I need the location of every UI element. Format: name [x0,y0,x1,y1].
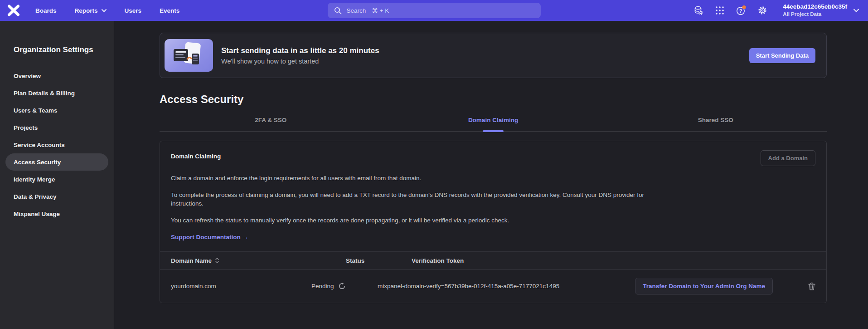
panel-header: Domain Claiming Add a Domain [160,141,826,166]
chevron-down-icon [102,9,107,12]
nav-item-reports[interactable]: Reports [75,7,107,14]
add-domain-button[interactable]: Add a Domain [761,150,815,166]
sidebar-item-data-privacy[interactable]: Data & Privacy [5,188,108,205]
mixpanel-logo-icon [7,5,20,16]
search-placeholder: Search [347,7,366,14]
sidebar-item-mixpanel-usage[interactable]: Mixpanel Usage [5,205,108,222]
sidebar-item-plan-details-billing[interactable]: Plan Details & Billing [5,84,108,102]
sidebar-item-identity-merge[interactable]: Identity Merge [5,171,108,188]
banner-title: Start sending data in as little as 20 mi… [221,46,379,55]
getting-started-illustration [165,39,213,72]
primary-nav: Boards Reports Users Events [35,7,179,14]
status-badge: Pending [311,283,334,290]
delete-domain-button[interactable] [797,282,826,290]
search-shortcut: ⌘ + K [372,7,389,14]
support-documentation-link[interactable]: Support Documentation → [171,234,248,241]
start-sending-data-button[interactable]: Start Sending Data [749,48,815,63]
sidebar-item-service-accounts[interactable]: Service Accounts [5,136,108,153]
sidebar-item-users-teams[interactable]: Users & Teams [5,102,108,119]
sidebar-item-overview[interactable]: Overview [5,67,108,84]
getting-started-banner: Start sending data in as little as 20 mi… [160,33,827,78]
nav-item-label: Reports [75,7,98,14]
org-project: All Project Data [783,11,847,17]
search-icon [334,7,342,15]
domains-table-header: Domain Name Status Verification Token [160,251,826,270]
apps-grid-icon[interactable] [714,5,725,16]
page-title: Access Security [160,93,827,106]
refresh-status-icon[interactable] [338,282,346,290]
settings-gear-icon[interactable] [757,5,768,16]
banner-texts: Start sending data in as little as 20 mi… [221,46,379,65]
svg-text:?: ? [739,8,742,14]
trash-icon [808,282,815,290]
access-security-tabs: 2FA & SSO Domain Claiming Shared SSO [160,117,827,132]
search-input[interactable]: Search ⌘ + K [328,3,541,18]
org-switcher[interactable]: 44eebad12c65eb0c35f All Project Data [783,3,859,17]
sort-icon[interactable] [215,258,219,263]
mixpanel-logo[interactable] [6,4,21,17]
domain-name-cell: yourdomain.com [160,283,301,290]
nav-item-events[interactable]: Events [160,7,179,14]
nav-item-users[interactable]: Users [125,7,142,14]
data-management-icon[interactable] [693,5,704,16]
status-cell: Pending [301,282,378,290]
column-header-status: Status [301,257,378,264]
transfer-domain-button[interactable]: Transfer Domain to Your Admin Org Name [635,278,773,295]
tab-shared-sso[interactable]: Shared SSO [604,117,827,131]
action-cell: Transfer Domain to Your Admin Org Name [635,278,797,295]
panel-paragraph: You can refresh the status to manually v… [171,216,651,225]
verification-token-cell: mixpanel-domain-verify=567b39be-012f-415… [378,283,635,290]
banner-subtitle: We'll show you how to get started [221,58,379,65]
column-header-verification-token: Verification Token [378,257,797,264]
top-nav: Boards Reports Users Events Search ⌘ + K [0,0,868,21]
panel-title: Domain Claiming [171,153,221,160]
column-header-label: Domain Name [171,257,212,264]
panel-description: Claim a domain and enforce the login req… [160,174,826,251]
notification-dot [742,5,746,9]
nav-right-cluster: ? 44eebad12c65eb0c35f All Project Data [693,3,859,17]
main-content: Start sending data in as little as 20 mi… [114,21,868,329]
panel-paragraph: Claim a domain and enforce the login req… [171,174,651,183]
tab-domain-claiming[interactable]: Domain Claiming [382,117,605,131]
tab-2fa-sso[interactable]: 2FA & SSO [160,117,382,131]
settings-sidebar: Organization Settings Overview Plan Deta… [0,21,114,329]
nav-item-label: Users [125,7,142,14]
org-name: 44eebad12c65eb0c35f [783,3,847,11]
help-icon[interactable]: ? [736,5,747,16]
nav-item-boards[interactable]: Boards [35,7,57,14]
nav-item-label: Boards [35,7,57,14]
domain-claiming-panel: Domain Claiming Add a Domain Claim a dom… [160,141,827,303]
column-header-domain-name[interactable]: Domain Name [160,257,301,264]
org-texts: 44eebad12c65eb0c35f All Project Data [783,3,847,17]
chevron-down-icon [853,9,859,12]
sidebar-title: Organization Settings [14,45,114,54]
sidebar-item-access-security[interactable]: Access Security [5,153,108,171]
nav-item-label: Events [160,7,179,14]
panel-paragraph: To complete the process of claiming a do… [171,191,651,208]
domain-table-row: yourdomain.com Pending mixpanel-domain-v… [160,270,826,303]
sidebar-item-projects[interactable]: Projects [5,119,108,136]
